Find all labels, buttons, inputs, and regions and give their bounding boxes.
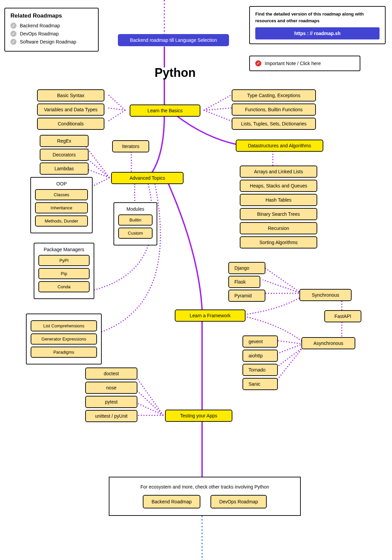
- related-roadmaps-box: Related Roadmaps ✓ Backend Roadmap ✓ Dev…: [4, 8, 99, 52]
- pytest-node[interactable]: pytest: [85, 396, 137, 408]
- backend-roadmap-link[interactable]: Backend roadmap till Language Selection: [118, 34, 229, 46]
- django-node[interactable]: Django: [228, 262, 265, 274]
- listcomp-node[interactable]: List Comprehensions: [31, 320, 97, 331]
- hashtables-node[interactable]: Hash Tables: [240, 194, 317, 206]
- oop-title: OOP: [35, 181, 88, 186]
- important-note-label: Important Note / Click here: [265, 61, 321, 66]
- functions-node[interactable]: Functions, Builtin Functions: [232, 104, 316, 116]
- related-item-backend[interactable]: ✓ Backend Roadmap: [10, 23, 93, 29]
- page-title: Python: [141, 66, 209, 80]
- sorting-node[interactable]: Sorting Algorithms: [240, 236, 317, 248]
- tornado-node[interactable]: Tornado: [242, 364, 278, 376]
- fastapi-node[interactable]: FastAPI: [324, 310, 361, 322]
- unittest-node[interactable]: unittest / pyUnit: [85, 410, 137, 422]
- related-label: Backend Roadmap: [20, 23, 60, 28]
- svg-line-8: [204, 108, 232, 110]
- learn-basics-node[interactable]: Learn the Basics: [130, 105, 200, 117]
- testing-node[interactable]: Testing your Apps: [165, 410, 232, 422]
- builtin-node[interactable]: Builtin: [118, 214, 153, 226]
- svg-line-24: [276, 341, 303, 344]
- iterators-node[interactable]: Iterators: [112, 140, 149, 152]
- synchronous-node[interactable]: Synchronous: [299, 289, 352, 301]
- bst-node[interactable]: Binary Search Trees: [240, 208, 317, 220]
- footer-box: For ecosystem and more, check other trac…: [109, 477, 301, 516]
- pkg-title: Package Managers: [38, 247, 90, 252]
- sanic-node[interactable]: Sanic: [242, 378, 278, 390]
- gevent-node[interactable]: gevent: [242, 335, 278, 348]
- custom-node[interactable]: Custom: [118, 228, 153, 239]
- info-description: Find the detailed version of this roadma…: [255, 11, 380, 24]
- roadmap-link-button[interactable]: https : // roadmap.sh: [255, 27, 380, 39]
- methods-node[interactable]: Methods, Dunder: [35, 215, 88, 227]
- classes-node[interactable]: Classes: [35, 189, 88, 200]
- svg-line-27: [276, 347, 303, 381]
- svg-line-6: [108, 110, 125, 121]
- asynchronous-node[interactable]: Asynchronous: [301, 337, 355, 349]
- conda-node[interactable]: Conda: [38, 281, 90, 292]
- lists-node[interactable]: Lists, Tuples, Sets, Dictionaries: [232, 118, 316, 130]
- variables-node[interactable]: Variables and Data Types: [37, 104, 104, 116]
- decorators-node[interactable]: Decorators: [40, 149, 89, 161]
- info-box: Find the detailed version of this roadma…: [249, 6, 386, 44]
- arrays-node[interactable]: Arrays and Linked Lists: [240, 166, 317, 178]
- genexpr-node[interactable]: Generator Expressions: [31, 333, 97, 345]
- heaps-node[interactable]: Heaps, Stacks and Queues: [240, 180, 317, 192]
- advanced-topics-node[interactable]: Advanced Topics: [111, 172, 184, 184]
- check-icon: ✓: [10, 39, 17, 45]
- pip-node[interactable]: Pip: [38, 268, 90, 279]
- inheritance-node[interactable]: Inheritance: [35, 202, 88, 213]
- related-roadmaps-title: Related Roadmaps: [10, 12, 93, 19]
- pkg-group: Package Managers PyPI Pip Conda: [34, 243, 94, 299]
- footer-devops-button[interactable]: DevOps Roadmap: [210, 495, 267, 508]
- svg-line-4: [108, 94, 125, 110]
- svg-line-30: [133, 401, 163, 415]
- important-note-box[interactable]: ✓ Important Note / Click here: [249, 56, 360, 71]
- doctest-node[interactable]: doctest: [85, 367, 137, 380]
- svg-line-25: [276, 344, 303, 354]
- svg-line-29: [133, 387, 163, 415]
- pyramid-node[interactable]: Pyramid: [228, 290, 265, 302]
- related-label: DevOps Roadmap: [20, 31, 59, 36]
- related-label: Software Design Roadmap: [20, 39, 76, 45]
- svg-line-19: [263, 266, 301, 293]
- svg-line-5: [108, 108, 125, 110]
- modules-title: Modules: [118, 206, 153, 212]
- flask-node[interactable]: Flask: [228, 276, 260, 288]
- paradigms-node[interactable]: Paradigms: [31, 347, 97, 358]
- typecasting-node[interactable]: Type Casting, Exceptions: [232, 89, 316, 101]
- nose-node[interactable]: nose: [85, 382, 137, 394]
- svg-line-28: [133, 373, 163, 415]
- pypi-node[interactable]: PyPI: [38, 255, 90, 266]
- conditionals-node[interactable]: Conditionals: [37, 118, 104, 130]
- modules-group: Modules Builtin Custom: [113, 202, 157, 245]
- svg-line-9: [204, 110, 232, 121]
- basic-syntax-node[interactable]: Basic Syntax: [37, 89, 104, 101]
- recursion-node[interactable]: Recursion: [240, 222, 317, 234]
- lambdas-node[interactable]: Lambdas: [40, 163, 89, 175]
- svg-line-7: [204, 94, 232, 110]
- alert-icon: ✓: [255, 60, 261, 66]
- check-icon: ✓: [10, 31, 17, 37]
- footer-backend-button[interactable]: Backend Roadmap: [143, 495, 200, 508]
- learn-framework-node[interactable]: Learn a Framework: [175, 310, 246, 322]
- svg-line-26: [276, 347, 303, 367]
- check-icon: ✓: [10, 23, 17, 29]
- extras-group: List Comprehensions Generator Expression…: [26, 314, 102, 364]
- footer-text: For ecosystem and more, check other trac…: [118, 484, 292, 490]
- svg-line-20: [263, 280, 301, 293]
- oop-group: OOP Classes Inheritance Methods, Dunder: [30, 177, 93, 233]
- regex-node[interactable]: RegEx: [40, 135, 89, 147]
- related-item-swdesign[interactable]: ✓ Software Design Roadmap: [10, 39, 93, 45]
- dsa-node[interactable]: Datastructures and Algorithms: [236, 140, 323, 152]
- related-item-devops[interactable]: ✓ DevOps Roadmap: [10, 31, 93, 37]
- aiohttp-node[interactable]: aiohttp: [242, 350, 278, 362]
